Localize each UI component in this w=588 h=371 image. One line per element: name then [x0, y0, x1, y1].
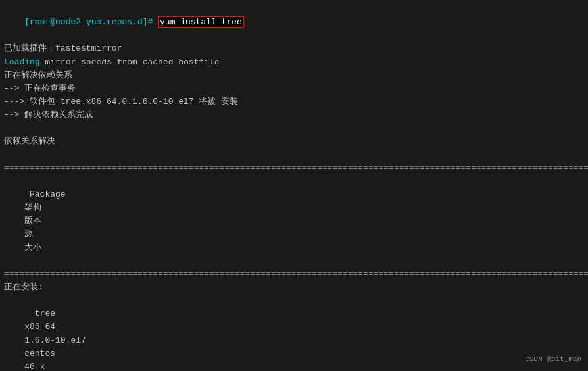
output-line: 正在安装:	[4, 281, 584, 294]
pkg-source: centos	[24, 347, 149, 360]
divider: ========================================…	[4, 268, 584, 281]
output-line: 已加载插件：fastestmirror	[4, 42, 584, 55]
output-line: --> 解决依赖关系完成	[4, 109, 584, 122]
blank-line	[4, 122, 584, 135]
pkg-arch: x86_64	[24, 320, 149, 334]
pkg-size: 46 k	[24, 360, 45, 371]
output-line: Loading mirror speeds from cached hostfi…	[4, 56, 584, 69]
divider: ========================================…	[4, 162, 584, 175]
col-arch: 架构	[24, 201, 149, 214]
output-line: 正在解决依赖关系	[4, 69, 584, 82]
table-header-row: Package 架构 版本 源 大小	[4, 175, 584, 268]
command-text: yum install tree	[158, 16, 244, 28]
output-line: --> 正在检查事务	[4, 82, 584, 95]
terminal: [root@node2 yum.repos.d]# yum install tr…	[0, 0, 588, 371]
prompt: [root@node2 yum.repos.d]#	[24, 17, 158, 27]
table-row: tree x86_64 1.6.0-10.el7 centos 46 k	[4, 294, 584, 371]
watermark: CSDN @pit_man	[525, 355, 581, 363]
output-line: 依赖关系解决	[4, 135, 584, 148]
blank-line	[4, 149, 584, 162]
pkg-name: tree	[24, 307, 136, 320]
col-package: Package	[24, 188, 136, 201]
pkg-version: 1.6.0-10.el7	[24, 334, 162, 347]
command-line: [root@node2 yum.repos.d]# yum install tr…	[4, 3, 584, 42]
col-source: 源	[24, 228, 149, 241]
output-line: ---> 软件包 tree.x86_64.0.1.6.0-10.el7 将被 安…	[4, 95, 584, 109]
col-version: 版本	[24, 214, 162, 228]
col-size: 大小	[24, 241, 41, 255]
